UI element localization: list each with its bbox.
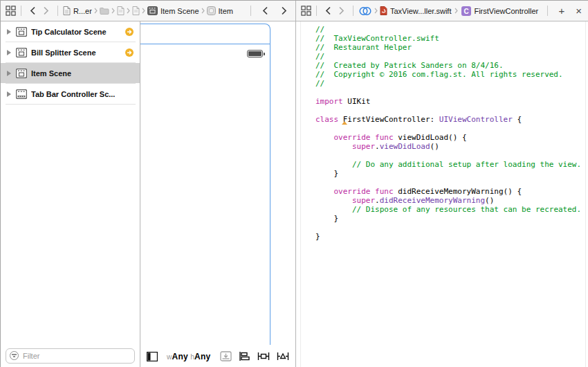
- code-line[interactable]: // Do any additional setup after loading…: [315, 160, 581, 169]
- filter-icon[interactable]: [10, 351, 19, 360]
- ib-canvas[interactable]: wAny hAny: [140, 21, 295, 367]
- scene-label: Bill Splitter Scene: [31, 48, 96, 57]
- filter-input[interactable]: [6, 348, 135, 364]
- scene-row-tab-bar-controller[interactable]: Tab Bar Controller Sc...: [1, 84, 140, 104]
- view-controller-icon[interactable]: [147, 6, 158, 15]
- width-value: Any: [172, 352, 188, 361]
- forward-chevron-icon[interactable]: [39, 6, 53, 15]
- scene-row-tip-calculator[interactable]: Tip Calculator Scene: [1, 21, 140, 42]
- scene-row-bill-splitter[interactable]: Bill Splitter Scene: [1, 42, 140, 62]
- breadcrumb-swift-file[interactable]: TaxView...ller.swift: [390, 7, 451, 15]
- editor-gutter-line: [300, 21, 301, 367]
- document-outline-toggle-icon[interactable]: [147, 352, 158, 361]
- back-chevron-icon[interactable]: [322, 6, 335, 15]
- toolbar-divider: [353, 6, 353, 16]
- disclosure-triangle-icon[interactable]: [7, 50, 11, 55]
- panel-divider[interactable]: [140, 21, 140, 367]
- breadcrumb-chevron-icon: [94, 8, 98, 14]
- code-line[interactable]: // Dispose of any resources that can be …: [315, 205, 581, 214]
- assistant-jump-bar: TaxView...ller.swift C FirstViewControll…: [296, 1, 588, 21]
- related-items-icon[interactable]: [301, 6, 311, 16]
- breadcrumb-chevron-icon: [142, 8, 145, 14]
- embed-stack-icon[interactable]: [220, 351, 232, 361]
- svg-text:C: C: [464, 7, 469, 15]
- forward-chevron-icon[interactable]: [275, 6, 295, 15]
- code-line[interactable]: [315, 178, 581, 187]
- size-class-control[interactable]: wAny hAny: [167, 352, 210, 361]
- warning-arrow-icon[interactable]: [125, 48, 134, 57]
- scene-label: Tab Bar Controller Sc...: [31, 90, 115, 98]
- code-line[interactable]: }: [315, 232, 581, 241]
- toolbar-divider: [316, 6, 317, 16]
- code-line[interactable]: [315, 106, 581, 115]
- code-line[interactable]: import UIKit: [315, 97, 581, 106]
- code-line[interactable]: // Restaurant Helper: [315, 43, 581, 52]
- back-chevron-icon[interactable]: [256, 6, 275, 15]
- align-icon[interactable]: [239, 351, 250, 361]
- counterparts-icon[interactable]: [358, 6, 372, 16]
- code-line[interactable]: //: [315, 52, 581, 61]
- code-line[interactable]: // TaxViewController.swift: [315, 34, 581, 43]
- breadcrumb-scene[interactable]: Item Scene: [160, 7, 199, 15]
- breadcrumb-chevron-icon: [454, 8, 458, 14]
- breadcrumb-chevron-icon: [127, 8, 130, 14]
- breadcrumb-chevron-icon: [201, 8, 205, 14]
- code-line[interactable]: //: [315, 79, 581, 88]
- breadcrumb-chevron-icon: [111, 8, 115, 14]
- pin-icon[interactable]: [257, 351, 270, 361]
- code-line[interactable]: // Copyright © 2016 com.flag.st. All rig…: [315, 70, 581, 79]
- class-symbol-icon[interactable]: C: [461, 6, 471, 16]
- breadcrumb-chevron-icon: [374, 8, 378, 14]
- disclosure-triangle-icon[interactable]: [7, 91, 11, 97]
- xcode-window: R...er Item Scene: [0, 0, 588, 367]
- code-line[interactable]: super.viewDidLoad(): [315, 142, 581, 151]
- forward-chevron-icon[interactable]: [335, 6, 348, 15]
- toolbar-divider: [57, 6, 58, 16]
- code-line[interactable]: }: [315, 214, 581, 223]
- code-line[interactable]: super.didReceiveMemoryWarning(): [315, 196, 581, 205]
- close-assistant-button[interactable]: ×: [570, 1, 588, 21]
- battery-icon: [247, 50, 263, 57]
- resolve-autolayout-icon[interactable]: [277, 351, 289, 361]
- source-editor[interactable]: //// TaxViewController.swift// Restauran…: [296, 21, 588, 367]
- code-line[interactable]: }: [315, 169, 581, 178]
- editor-divider[interactable]: [295, 1, 296, 367]
- code-area[interactable]: //// TaxViewController.swift// Restauran…: [315, 25, 581, 241]
- swift-file-icon[interactable]: [380, 6, 387, 15]
- ib-jump-bar: R...er Item Scene: [1, 1, 295, 21]
- editor-right-line: [585, 21, 586, 367]
- related-items-icon[interactable]: [6, 6, 16, 16]
- row-divider: [6, 104, 136, 105]
- warning-arrow-icon[interactable]: [125, 28, 134, 36]
- code-line[interactable]: // Created by Patrick Sanders on 8/4/16.: [315, 61, 581, 70]
- breadcrumb-file[interactable]: R...er: [73, 7, 92, 15]
- document-icon[interactable]: [132, 6, 140, 15]
- view-icon[interactable]: [207, 6, 216, 15]
- toolbar-divider: [547, 6, 548, 16]
- add-assistant-button[interactable]: +: [553, 1, 570, 21]
- disclosure-triangle-icon[interactable]: [7, 71, 11, 76]
- view-controller-icon: [16, 48, 27, 57]
- back-chevron-icon[interactable]: [26, 6, 39, 15]
- code-line[interactable]: [315, 223, 581, 232]
- toolbar-divider: [21, 6, 21, 16]
- scene-row-item[interactable]: Item Scene: [1, 63, 140, 83]
- breadcrumb-symbol[interactable]: FirstViewController: [474, 7, 538, 15]
- scene-label: Item Scene: [31, 69, 71, 78]
- code-line[interactable]: [315, 151, 581, 160]
- code-line[interactable]: override func viewDidLoad() {: [315, 133, 581, 142]
- document-icon[interactable]: [117, 6, 125, 15]
- toolbar-divider: [250, 6, 251, 16]
- width-prefix: w: [167, 352, 172, 361]
- issue-caret-icon: [342, 121, 347, 125]
- code-line[interactable]: class FirstViewController: UIViewControl…: [315, 115, 581, 124]
- code-line[interactable]: //: [315, 25, 581, 34]
- view-controller-selection-outline[interactable]: [140, 24, 270, 345]
- folder-icon[interactable]: [100, 7, 109, 15]
- code-line[interactable]: override func didReceiveMemoryWarning() …: [315, 187, 581, 196]
- code-line[interactable]: [315, 88, 581, 97]
- code-line[interactable]: [315, 124, 581, 133]
- breadcrumb-item[interactable]: Item: [219, 7, 233, 15]
- disclosure-triangle-icon[interactable]: [7, 29, 11, 35]
- document-icon[interactable]: [63, 6, 71, 15]
